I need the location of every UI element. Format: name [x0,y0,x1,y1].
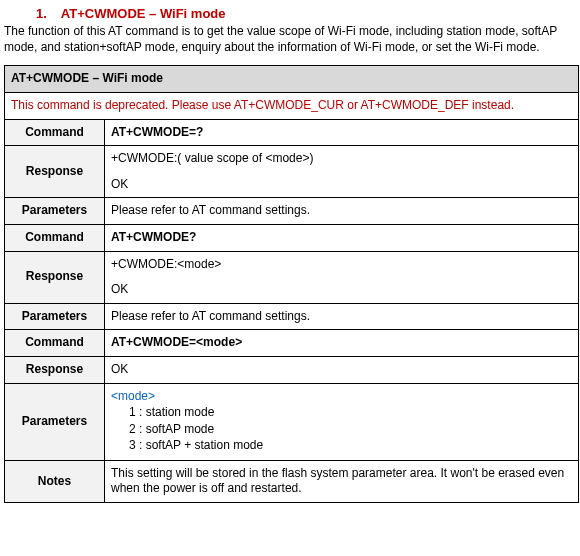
row-label-command: Command [5,119,105,146]
parameters-value: Please refer to AT command settings. [105,303,579,330]
list-item: 3 : softAP + station mode [129,438,572,454]
parameters-value: Please refer to AT command settings. [105,198,579,225]
response-line: +CWMODE:<mode> [111,257,572,273]
row-label-command: Command [5,224,105,251]
page: 1. AT+CWMODE – WiFi mode The function of… [0,0,580,511]
deprecated-row: This command is deprecated. Please use A… [5,92,579,119]
table-title: AT+CWMODE – WiFi mode [5,66,579,93]
row-label-parameters: Parameters [5,198,105,225]
command-value: AT+CWMODE? [105,224,579,251]
at-command-table: AT+CWMODE – WiFi mode This command is de… [4,65,579,503]
heading-title: AT+CWMODE – WiFi mode [61,6,226,21]
command-value: AT+CWMODE=<mode> [105,330,579,357]
table-row: Command AT+CWMODE=<mode> [5,330,579,357]
mode-tag: <mode> [111,389,155,403]
response-line: +CWMODE:( value scope of <mode>) [111,151,572,167]
heading-number: 1. [36,6,47,21]
list-item: 1 : station mode [129,405,572,421]
row-label-response: Response [5,251,105,303]
row-label-parameters: Parameters [5,383,105,460]
table-row: Command AT+CWMODE? [5,224,579,251]
section-heading: 1. AT+CWMODE – WiFi mode [36,6,578,21]
notes-value: This setting will be stored in the flash… [105,460,579,502]
intro-paragraph: The function of this AT command is to ge… [4,23,576,55]
mode-list: 1 : station mode 2 : softAP mode 3 : sof… [111,405,572,454]
table-row: Parameters Please refer to AT command se… [5,303,579,330]
row-label-response: Response [5,146,105,198]
deprecated-notice: This command is deprecated. Please use A… [5,92,579,119]
response-value: +CWMODE:( value scope of <mode>) OK [105,146,579,198]
table-row: Parameters Please refer to AT command se… [5,198,579,225]
table-row: Parameters <mode> 1 : station mode 2 : s… [5,383,579,460]
response-value: OK [105,356,579,383]
row-label-parameters: Parameters [5,303,105,330]
parameters-block: <mode> 1 : station mode 2 : softAP mode … [105,383,579,460]
table-row: Command AT+CWMODE=? [5,119,579,146]
table-row: Notes This setting will be stored in the… [5,460,579,502]
command-value: AT+CWMODE=? [105,119,579,146]
table-title-row: AT+CWMODE – WiFi mode [5,66,579,93]
row-label-notes: Notes [5,460,105,502]
table-row: Response +CWMODE:<mode> OK [5,251,579,303]
response-ok: OK [111,282,572,298]
table-row: Response OK [5,356,579,383]
row-label-command: Command [5,330,105,357]
response-ok: OK [111,177,572,193]
list-item: 2 : softAP mode [129,422,572,438]
response-value: +CWMODE:<mode> OK [105,251,579,303]
table-row: Response +CWMODE:( value scope of <mode>… [5,146,579,198]
row-label-response: Response [5,356,105,383]
